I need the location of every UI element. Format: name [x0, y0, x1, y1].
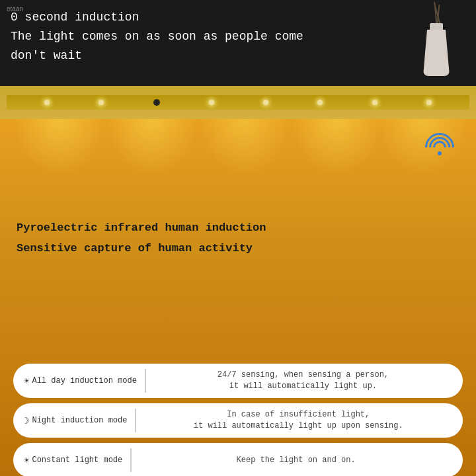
- middle-section: Pyroelectric infrared human induction Se…: [0, 119, 476, 357]
- mode-label-night: ☽ Night induction mode: [24, 415, 127, 426]
- sun-icon-constant: ☀: [24, 455, 29, 466]
- mode-card-allday: ☀ All day induction mode 24/7 sensing, w…: [13, 364, 463, 398]
- top-section: etaan 0 second induction The light comes…: [0, 0, 476, 86]
- sensor-icon: [423, 129, 456, 155]
- light-dot-5: [317, 100, 323, 105]
- sensor-dot: [153, 99, 160, 106]
- light-dot-4: [263, 100, 268, 105]
- light-bar: [7, 95, 469, 110]
- bottom-section: ☀ All day induction mode 24/7 sensing, w…: [0, 357, 476, 476]
- mode-label-allday: ☀ All day induction mode: [24, 376, 137, 387]
- light-dot-2: [99, 100, 104, 105]
- mode-label-text-allday: All day induction mode: [32, 376, 136, 385]
- top-line2: The light comes on as soon as people com…: [11, 27, 303, 46]
- light-dot-3: [209, 100, 214, 105]
- mode-card-constant: ☀ Constant light mode Keep the light on …: [13, 443, 463, 476]
- mode-divider-allday: [145, 369, 146, 393]
- mode-desc-night: In case of insufficient light,it will au…: [144, 409, 452, 432]
- light-dot-1: [44, 100, 50, 105]
- top-line3: don't wait: [11, 46, 303, 65]
- mode-desc-allday: 24/7 sensing, when sensing a person,it w…: [154, 370, 452, 392]
- middle-line1: Pyroelectric infrared human induction: [17, 218, 266, 239]
- middle-text: Pyroelectric infrared human induction Se…: [17, 218, 266, 258]
- moon-icon-night: ☽: [24, 415, 29, 426]
- top-line1: 0 second induction: [11, 8, 303, 27]
- top-text: 0 second induction The light comes on as…: [11, 8, 303, 65]
- mode-divider-night: [135, 409, 136, 432]
- mode-label-constant: ☀ Constant light mode: [24, 455, 122, 466]
- mode-label-text-constant: Constant light mode: [32, 456, 122, 465]
- mode-label-text-night: Night induction mode: [32, 416, 127, 425]
- mode-desc-constant: Keep the light on and on.: [139, 455, 452, 466]
- light-dot-7: [426, 100, 432, 105]
- mode-card-night: ☽ Night induction mode In case of insuff…: [13, 403, 463, 438]
- light-dot-6: [372, 100, 377, 105]
- vase-decoration: [416, 3, 456, 76]
- sun-icon-allday: ☀: [24, 376, 29, 387]
- mode-divider-constant: [130, 448, 132, 472]
- middle-line2: Sensitive capture of human activity: [17, 239, 266, 259]
- sensor-arc-dot: [438, 151, 442, 155]
- light-bar-section: [0, 86, 476, 119]
